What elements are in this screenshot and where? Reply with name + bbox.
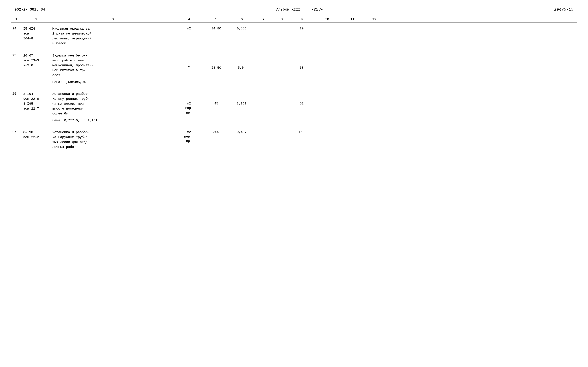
entry-25-unit: ": [175, 53, 203, 70]
entry-27: 27 8–I90 эсн 22–2 Установка и разбор- ка…: [11, 128, 577, 151]
entry-25-col10: [342, 53, 363, 54]
col-header-11: II: [342, 17, 363, 21]
entry-26-col6: [254, 91, 273, 92]
entry-27-code: 8–I90 эсн 22–2: [22, 130, 51, 140]
entry-27-col4: 309: [203, 130, 229, 135]
album-label: Альбом XIII: [276, 8, 300, 12]
col-header-10: IO: [312, 17, 342, 21]
entry-26-col8: 52: [291, 91, 312, 106]
entry-24-col8: I9: [291, 26, 312, 31]
entry-24-unit: м2: [175, 26, 203, 31]
table-row: 27 8–I90 эсн 22–2 Установка и разбор- ка…: [11, 128, 577, 151]
entry-25-price-note-row: цена: I,68х3=5,04: [11, 80, 577, 86]
entry-25-code: 26–67 эсн I3–3 к=3,0: [22, 53, 51, 68]
col-header-3: 3: [51, 17, 175, 21]
entry-26-price-note-row: цена: 0,7I7+0,444=I,I6I: [11, 118, 577, 125]
entry-26-code: 8–I94 эсн 22–6 8–I95 эсн 22–7: [22, 91, 51, 112]
header-center: Альбом XIII -223-: [276, 7, 323, 12]
col-header-2: 2: [22, 17, 51, 21]
entry-25-col7: [273, 53, 291, 54]
entry-26-col7: [273, 91, 291, 92]
entry-25-col8: 68: [291, 53, 312, 70]
entry-24-col10: [342, 26, 363, 27]
entry-26-col11: [363, 91, 385, 92]
entry-25-desc: Заделка жел.бетон- ных труб в стене мешк…: [51, 53, 175, 78]
entry-24-code: I5–6I4 эсн I64–8: [22, 26, 51, 42]
entry-25-col9: [312, 53, 342, 54]
entry-25-price-note: цена: I,68х3=5,04: [51, 80, 175, 84]
entry-24-col11: [363, 26, 385, 27]
entry-27-col10: [342, 130, 363, 130]
entry-26-num: 26: [11, 91, 22, 96]
entry-26-price-note: цена: 0,7I7+0,444=I,I6I: [51, 119, 175, 122]
entry-26-col4: 45: [203, 91, 229, 106]
entry-27-col5: 0,497: [229, 130, 254, 135]
col-header-5: 5: [203, 17, 229, 21]
header-divider: [11, 14, 577, 14]
col-header-9: 9: [291, 17, 312, 21]
entry-24-num: 24: [11, 26, 22, 31]
doc-number: 902-2- 381. 84: [15, 8, 45, 12]
page-number: -223-: [311, 7, 323, 12]
entry-27-desc: Установка и разбор- ка наружных трубча- …: [51, 130, 175, 150]
entry-27-unit: м2 верт. пр.: [175, 130, 203, 144]
column-headers: I 2 3 4 5 6 7 8 9 IO II I2: [11, 16, 577, 23]
entry-24-col7: [273, 26, 291, 27]
col-header-7: 7: [254, 17, 273, 21]
entry-26-col10: [342, 91, 363, 92]
entry-27-col9: [312, 130, 342, 130]
entry-27-col7: [273, 130, 291, 130]
entry-26-desc: Установка и разбор- ка внутренних труб- …: [51, 91, 175, 117]
col-header-6: 6: [229, 17, 254, 21]
entry-24-col5: 0,556: [229, 26, 254, 31]
entry-27-col8: I53: [291, 130, 312, 135]
col-header-1: I: [11, 17, 22, 21]
entry-26: 26 8–I94 эсн 22–6 8–I95 эсн 22–7 Установ…: [11, 90, 577, 125]
table-row: 26 8–I94 эсн 22–6 8–I95 эсн 22–7 Установ…: [11, 90, 577, 118]
col-header-12: I2: [363, 17, 385, 21]
entry-25-col4: I3,50: [203, 53, 229, 70]
entry-26-col5: I,I6I: [229, 91, 254, 106]
entry-25-col11: [363, 53, 385, 54]
entry-25-col5: 5,04: [229, 53, 254, 70]
entry-24: 24 I5–6I4 эсн I64–8 Масляная окраска за …: [11, 25, 577, 48]
entry-25-col6: [254, 53, 273, 54]
entry-24-col6: [254, 26, 273, 27]
entry-27-col11: [363, 130, 385, 130]
entry-24-col4: 34,80: [203, 26, 229, 31]
data-section: 24 I5–6I4 эсн I64–8 Масляная окраска за …: [11, 25, 577, 151]
entry-25: 25 26–67 эсн I3–3 к=3,0 Заделка жел.бето…: [11, 51, 577, 86]
entry-24-desc: Масляная окраска за 2 раза металлической…: [51, 26, 175, 46]
col-header-4: 4: [175, 17, 203, 21]
table-row: 24 I5–6I4 эсн I64–8 Масляная окраска за …: [11, 25, 577, 48]
entry-26-unit: м2 гор. пр.: [175, 91, 203, 116]
entry-27-col6: [254, 130, 273, 130]
entry-25-num: 25: [11, 53, 22, 58]
entry-27-num: 27: [11, 130, 22, 135]
table-row: 25 26–67 эсн I3–3 к=3,0 Заделка жел.бето…: [11, 51, 577, 80]
col-header-8: 8: [273, 17, 291, 21]
entry-24-col9: [312, 26, 342, 27]
entry-26-col9: [312, 91, 342, 92]
page-header: 902-2- 381. 84 Альбом XIII -223- 19473·1…: [11, 7, 577, 12]
right-code: 19473·13: [554, 7, 573, 12]
